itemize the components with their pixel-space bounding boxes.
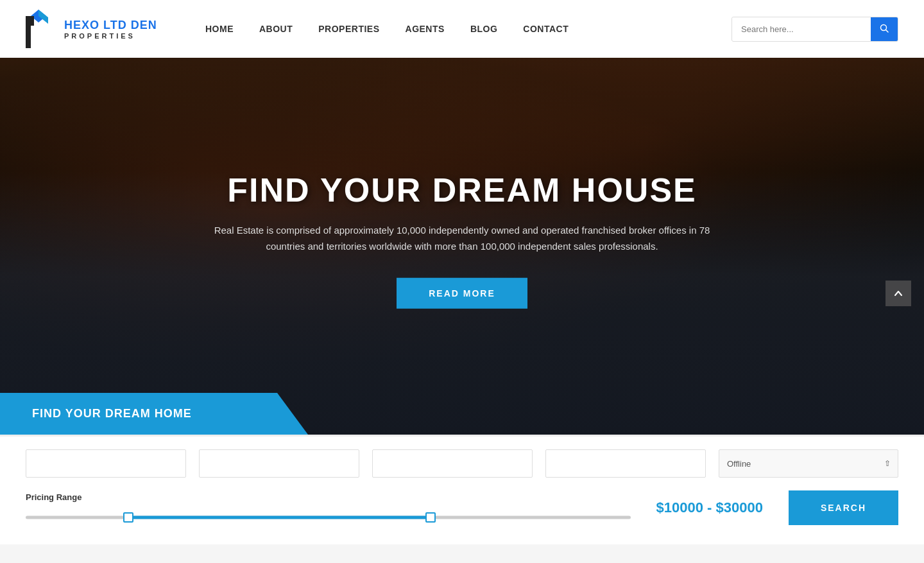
logo-icon xyxy=(26,10,58,48)
filter-input-4[interactable] xyxy=(545,449,706,478)
pricing-row: Pricing Range $10000 - $30000 SEARCH xyxy=(26,490,898,525)
price-display: $10000 - $30000 xyxy=(656,499,763,516)
svg-marker-2 xyxy=(38,10,48,24)
logo: HEXO LTD DEN PROPERTIES xyxy=(26,10,167,48)
hero-subtitle: Real Estate is comprised of approximatel… xyxy=(205,221,719,254)
filter-input-2[interactable] xyxy=(199,449,359,478)
search-button[interactable] xyxy=(871,17,898,41)
chevron-up-icon xyxy=(893,288,903,299)
pricing-label: Pricing Range xyxy=(26,492,631,502)
offline-select[interactable]: Offline Online xyxy=(719,449,898,478)
svg-rect-0 xyxy=(26,16,31,48)
search-submit-button[interactable]: SEARCH xyxy=(789,490,898,525)
scroll-top-button[interactable] xyxy=(886,281,911,306)
hero-title: FIND YOUR DREAM HOUSE xyxy=(173,170,751,209)
svg-rect-3 xyxy=(31,16,34,26)
pricing-range-area: Pricing Range xyxy=(26,492,631,524)
svg-line-5 xyxy=(886,30,889,32)
logo-company: HEXO LTD DEN xyxy=(64,19,157,32)
range-slider[interactable] xyxy=(26,511,631,524)
search-filters: Offline Online ⇧ xyxy=(26,449,898,478)
nav-properties[interactable]: PROPERTIES xyxy=(318,24,379,34)
offline-select-wrapper: Offline Online ⇧ xyxy=(719,449,898,478)
main-nav: HOME ABOUT PROPERTIES AGENTS BLOG CONTAC… xyxy=(205,24,732,34)
search-icon xyxy=(880,24,889,33)
nav-agents[interactable]: AGENTS xyxy=(406,24,445,34)
dream-home-label: FIND YOUR DREAM HOME xyxy=(32,407,192,420)
hero-cta-button[interactable]: READ MORE xyxy=(397,277,527,308)
search-section: Offline Online ⇧ Pricing Range $10000 - … xyxy=(0,435,924,544)
nav-about[interactable]: ABOUT xyxy=(259,24,293,34)
dream-home-banner: FIND YOUR DREAM HOME xyxy=(0,393,308,435)
header-search xyxy=(732,17,898,42)
hero-section: FIND YOUR DREAM HOUSE Real Estate is com… xyxy=(0,58,924,435)
logo-text: HEXO LTD DEN PROPERTIES xyxy=(64,19,157,40)
filter-input-1[interactable] xyxy=(26,449,186,478)
site-header: HEXO LTD DEN PROPERTIES HOME ABOUT PROPE… xyxy=(0,0,924,58)
hero-content: FIND YOUR DREAM HOUSE Real Estate is com… xyxy=(173,170,751,308)
nav-blog[interactable]: BLOG xyxy=(470,24,497,34)
nav-contact[interactable]: CONTACT xyxy=(523,24,569,34)
range-thumb-max[interactable] xyxy=(425,512,436,523)
search-input[interactable] xyxy=(732,18,871,40)
range-thumb-min[interactable] xyxy=(123,512,133,523)
filter-input-3[interactable] xyxy=(372,449,533,478)
logo-subtitle: PROPERTIES xyxy=(64,32,157,40)
range-fill xyxy=(128,515,431,519)
nav-home[interactable]: HOME xyxy=(205,24,234,34)
